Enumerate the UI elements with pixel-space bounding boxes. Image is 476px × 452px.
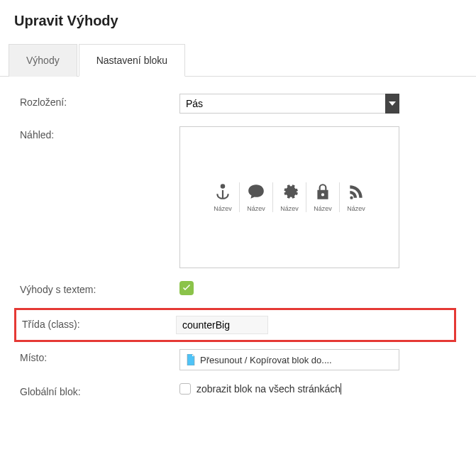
- preview-item-anchor: Název: [206, 182, 240, 212]
- preview-item-rss: Název: [340, 182, 372, 212]
- lock-icon: [314, 182, 332, 201]
- row-vyhody-text: Výhody s textem:: [20, 281, 456, 295]
- row-misto: Místo: Přesunout / Kopírovat blok do....: [20, 349, 456, 370]
- move-copy-button[interactable]: Přesunout / Kopírovat blok do....: [179, 349, 399, 370]
- row-rozlozeni: Rozložení: Pás: [20, 94, 456, 114]
- gear-icon: [280, 182, 299, 201]
- tab-bar: Výhody Nastavení bloku: [0, 43, 476, 77]
- label-nahled: Náhled:: [20, 126, 179, 140]
- preview-label: Název: [214, 205, 232, 212]
- preview-label: Název: [314, 205, 332, 212]
- label-trida: Třída (class):: [16, 316, 176, 330]
- field-nahled: Název Název Název Název: [179, 126, 456, 268]
- comment-icon: [247, 182, 265, 201]
- anchor-icon: [214, 182, 232, 201]
- dialog-header: Upravit Výhody: [0, 0, 476, 43]
- preview-item-gear: Název: [273, 182, 306, 212]
- label-vyhody-text: Výhody s textem:: [20, 281, 179, 295]
- rozlozeni-select-wrap: Pás: [179, 94, 399, 114]
- row-nahled: Náhled: Název Název Název: [20, 126, 456, 268]
- field-rozlozeni: Pás: [179, 94, 456, 114]
- preview-box: Název Název Název Název: [179, 126, 399, 268]
- field-trida: [176, 316, 454, 334]
- text-cursor: [341, 383, 341, 395]
- preview-items: Název Název Název Název: [206, 182, 372, 212]
- preview-label: Název: [247, 205, 265, 212]
- field-misto: Přesunout / Kopírovat blok do....: [179, 349, 456, 370]
- preview-item-comment: Název: [240, 182, 273, 212]
- label-misto: Místo:: [20, 349, 179, 363]
- field-globalni-blok: zobrazit blok na všech stránkách: [179, 383, 456, 395]
- rss-icon: [347, 182, 365, 201]
- vyhody-text-checkbox[interactable]: [179, 281, 194, 295]
- row-globalni-blok: Globální blok: zobrazit blok na všech st…: [20, 383, 456, 397]
- label-globalni-blok: Globální blok:: [20, 383, 179, 397]
- row-trida: Třída (class):: [14, 308, 456, 342]
- content-area: Rozložení: Pás Náhled: Název: [0, 77, 476, 427]
- preview-label: Název: [347, 205, 365, 212]
- move-copy-button-label: Přesunout / Kopírovat blok do....: [200, 355, 332, 365]
- preview-label: Název: [280, 205, 299, 212]
- trida-input[interactable]: [176, 316, 268, 334]
- dialog-title: Upravit Výhody: [14, 13, 462, 29]
- globalni-blok-label: zobrazit blok na všech stránkách: [197, 383, 341, 395]
- field-vyhody-text: [179, 281, 456, 295]
- check-icon: [182, 284, 191, 292]
- globalni-blok-checkbox[interactable]: [179, 383, 191, 395]
- tab-nastaveni-bloku[interactable]: Nastavení bloku: [79, 44, 185, 77]
- rozlozeni-select[interactable]: Pás: [179, 94, 399, 114]
- preview-item-lock: Název: [306, 182, 340, 212]
- page-icon: [186, 354, 196, 365]
- label-rozlozeni: Rozložení:: [20, 94, 179, 108]
- tab-vyhody[interactable]: Výhody: [9, 44, 77, 77]
